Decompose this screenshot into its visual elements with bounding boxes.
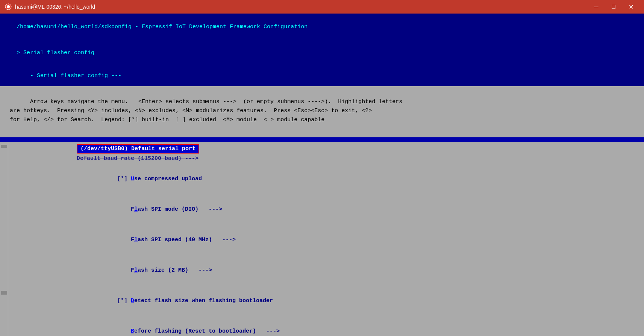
- help-text: Arrow keys navigate the menu. <Enter> se…: [0, 86, 644, 136]
- section-header: - Serial flasher config ---: [0, 65, 644, 86]
- menu-item-before-flashing[interactable]: Before flashing (Reset to bootloader) --…: [77, 316, 639, 336]
- content-area: - Serial flasher config --- Arrow keys n…: [0, 65, 644, 336]
- selected-menu-item[interactable]: (/dev/ttyUSB0) Default serial port: [77, 144, 199, 154]
- menu-area: (/dev/ttyUSB0) Default serial port Defau…: [0, 142, 644, 336]
- left-scrollbar: [0, 142, 8, 336]
- menu-item-flash-spi-speed[interactable]: Flash SPI speed (40 MHz) --->: [77, 225, 639, 255]
- path-bar: /home/hasumi/hello_world/sdkconfig - Esp…: [0, 14, 644, 40]
- help-text-content: Arrow keys navigate the menu. <Enter> se…: [3, 99, 402, 123]
- maximize-button[interactable]: □: [605, 0, 622, 14]
- hotkey-l1: l: [134, 206, 138, 213]
- close-button[interactable]: ✕: [622, 0, 639, 14]
- section-header-text: - Serial flasher config ---: [23, 73, 121, 79]
- breadcrumb-text: > Serial flasher config: [17, 50, 94, 56]
- menu-item-flash-spi-mode[interactable]: Flash SPI mode (DIO) --->: [77, 194, 639, 225]
- breadcrumb-bar: > Serial flasher config: [0, 40, 644, 65]
- selected-item-wrapper: (/dev/ttyUSB0) Default serial port: [77, 144, 199, 154]
- hotkey-b: B: [131, 328, 134, 334]
- menu-item-detect-flash[interactable]: [*] Detect flash size when flashing boot…: [77, 286, 639, 316]
- hotkey-d: D: [131, 298, 134, 304]
- menu-top-bar: [0, 137, 644, 142]
- selected-item-text: (/dev/ttyUSB0) Default serial port: [80, 146, 195, 152]
- item-prefix: [*]: [117, 176, 131, 182]
- menu-item-flash-size[interactable]: Flash size (2 MB) --->: [77, 255, 639, 286]
- window-title: hasumi@ML-00326: ~/hello_world: [15, 4, 588, 10]
- second-item-text: Default baud rate (115200 baud) --->: [77, 155, 199, 162]
- title-bar: hasumi@ML-00326: ~/hello_world ─ □ ✕: [0, 0, 644, 14]
- menu-item-compressed-upload[interactable]: [*] Use compressed upload: [77, 164, 639, 194]
- second-item: Default baud rate (115200 baud) --->: [77, 154, 639, 164]
- minimize-button[interactable]: ─: [588, 0, 605, 14]
- terminal: /home/hasumi/hello_world/sdkconfig - Esp…: [0, 14, 644, 336]
- hotkey-l2: l: [134, 237, 138, 243]
- svg-point-1: [7, 5, 10, 8]
- menu-items-area: (/dev/ttyUSB0) Default serial port Defau…: [8, 142, 644, 336]
- window-controls: ─ □ ✕: [588, 0, 639, 14]
- app-icon: [5, 3, 12, 11]
- scroll-indicator: [1, 145, 7, 148]
- hotkey-l3: l: [134, 267, 138, 274]
- menu-container: (/dev/ttyUSB0) Default serial port Defau…: [0, 136, 644, 336]
- path-text: /home/hasumi/hello_world/sdkconfig - Esp…: [17, 24, 308, 30]
- hotkey-u: U: [131, 176, 134, 182]
- scroll-thumb-bottom: [1, 291, 7, 295]
